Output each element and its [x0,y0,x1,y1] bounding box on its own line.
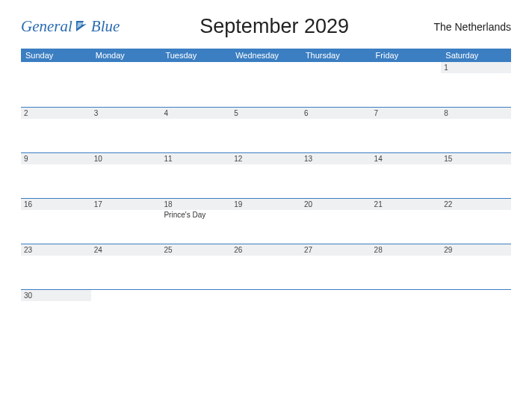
dayhead-tuesday: Tuesday [161,49,231,62]
calendar-day: 23 [21,244,91,289]
day-number: 18 [161,199,231,210]
day-number: 3 [91,108,161,119]
day-number: 24 [91,244,161,256]
calendar-day: 9 [21,153,91,198]
calendar-day: 28 [371,244,442,289]
calendar-day: 30 [21,290,91,335]
calendar-day: 17 [91,199,161,244]
day-number: 29 [441,244,511,256]
dayhead-wednesday: Wednesday [231,49,301,62]
day-number: 2 [21,108,91,119]
day-number: 28 [371,244,442,256]
day-number: 25 [161,244,231,256]
day-number: 23 [21,244,91,256]
calendar-day: 26 [231,244,301,289]
calendar-day: 11 [161,153,231,198]
dayhead-monday: Monday [91,49,161,62]
calendar-day [161,290,231,335]
day-number: 5 [231,108,301,119]
day-number: 22 [441,199,511,210]
calendar-header: General Blue September 2029 The Netherla… [21,15,511,38]
calendar-day [301,290,371,335]
calendar-day: 18Prince's Day [161,199,231,244]
logo: General Blue [21,17,120,36]
calendar-day: 4 [161,108,231,152]
day-event: Prince's Day [161,210,231,220]
calendar-day [21,62,91,107]
calendar-day: 8 [441,108,511,152]
day-number: 10 [91,153,161,164]
calendar-day [91,62,161,107]
day-number: 6 [301,108,371,119]
calendar-day: 2 [21,108,91,152]
calendar-day: 22 [441,199,511,244]
calendar-day: 29 [441,244,511,289]
calendar-week: 2345678 [21,107,511,152]
calendar-day: 16 [21,199,91,244]
calendar-region: The Netherlands [429,21,511,33]
dayhead-friday: Friday [371,49,442,62]
calendar-day: 5 [231,108,301,152]
dayhead-row: Sunday Monday Tuesday Wednesday Thursday… [21,49,511,62]
day-number: 26 [231,244,301,256]
calendar-day: 20 [301,199,371,244]
calendar-day: 25 [161,244,231,289]
calendar-grid: Sunday Monday Tuesday Wednesday Thursday… [21,49,511,335]
calendar-day: 10 [91,153,161,198]
calendar-day: 19 [231,199,301,244]
day-number: 16 [21,199,91,210]
calendar-week: 161718Prince's Day19202122 [21,198,511,244]
calendar-title: September 2029 [120,15,429,38]
day-number: 15 [441,153,511,164]
calendar-day: 13 [301,153,371,198]
calendar-day: 21 [371,199,442,244]
calendar-day [371,62,442,107]
calendar-day [301,62,371,107]
day-number: 7 [371,108,442,119]
calendar-day [91,290,161,335]
calendar-day: 12 [231,153,301,198]
calendar-day: 7 [371,108,442,152]
calendar-day [371,290,442,335]
calendar-week: 23242526272829 [21,244,511,289]
calendar-week: 1 [21,62,511,107]
calendar-week: 9101112131415 [21,152,511,198]
logo-text-general: General [21,17,72,36]
calendar-day [161,62,231,107]
day-number: 11 [161,153,231,164]
day-number: 13 [301,153,371,164]
day-number: 4 [161,108,231,119]
calendar-day: 6 [301,108,371,152]
calendar-week: 30 [21,289,511,335]
day-number: 30 [21,290,91,301]
day-number: 12 [231,153,301,164]
dayhead-sunday: Sunday [21,49,91,62]
logo-text-blue: Blue [91,17,120,36]
calendar-day: 27 [301,244,371,289]
day-number: 17 [91,199,161,210]
day-number: 20 [301,199,371,210]
calendar-day: 24 [91,244,161,289]
calendar-day: 15 [441,153,511,198]
day-number: 21 [371,199,442,210]
calendar-day: 14 [371,153,442,198]
day-number: 9 [21,153,91,164]
day-number: 14 [371,153,442,164]
calendar-day [441,290,511,335]
calendar-day: 3 [91,108,161,152]
calendar-day [231,62,301,107]
day-number: 27 [301,244,371,256]
logo-flag-icon [76,21,90,34]
day-number: 1 [441,62,511,73]
day-number: 19 [231,199,301,210]
day-number: 8 [441,108,511,119]
calendar-day [231,290,301,335]
calendar-day: 1 [441,62,511,107]
dayhead-thursday: Thursday [301,49,371,62]
dayhead-saturday: Saturday [441,49,511,62]
